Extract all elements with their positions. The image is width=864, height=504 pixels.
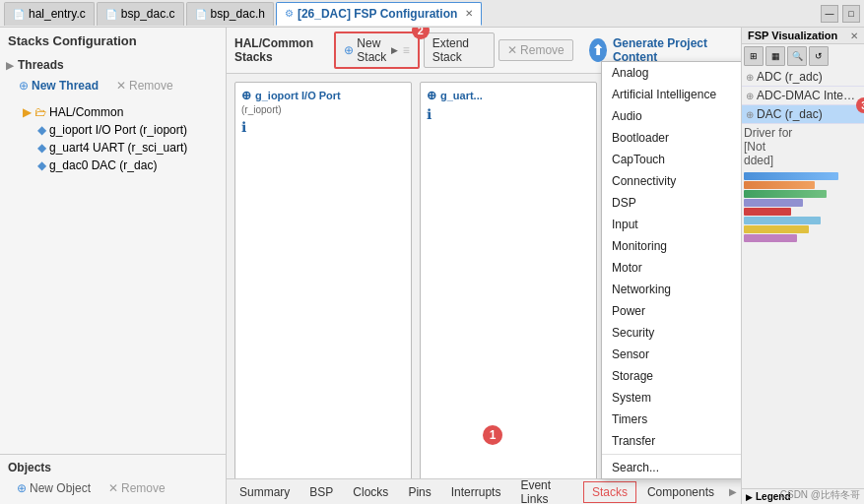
dropdown-divider: [602, 454, 741, 455]
dropdown-item-sensor[interactable]: Sensor ▶: [602, 344, 741, 365]
tree-item-hal-common[interactable]: ▶ 🗁 HAL/Common: [4, 103, 222, 121]
vis-btn-1[interactable]: ⊞: [744, 46, 764, 66]
remove-icon: ✕: [116, 79, 126, 93]
driver-sub1: [Not: [744, 140, 862, 154]
dropdown-item-timers[interactable]: Timers ▶: [602, 409, 741, 430]
plus-icon: ⊕: [746, 72, 754, 83]
stack-card-title: ⊕ g_ioport I/O Port: [241, 89, 405, 102]
dropdown-arrow-icon: ▶: [391, 45, 398, 55]
dropdown-item-transfer[interactable]: Transfer ▶: [602, 430, 741, 452]
vis-bar-7: [744, 225, 809, 233]
stack-card-uart[interactable]: ⊕ g_uart... ℹ: [420, 82, 597, 496]
tab-hal-entry[interactable]: 📄 hal_entry.c: [4, 2, 95, 26]
tree-item-uart[interactable]: ◆ g_uart4 UART (r_sci_uart): [4, 139, 222, 157]
dropdown-item-search[interactable]: Search...: [602, 457, 741, 478]
minimize-button[interactable]: —: [821, 5, 838, 23]
tab-clocks[interactable]: Clocks: [344, 481, 397, 503]
dropdown-item-dsp[interactable]: DSP ▶: [602, 192, 741, 214]
adc-row-1[interactable]: ⊕ ADC (r_adc): [742, 68, 864, 87]
scroll-right-icon[interactable]: ▶: [729, 486, 737, 497]
tree-item-label: g_uart4 UART (r_sci_uart): [49, 141, 187, 155]
dropdown-item-system[interactable]: System ▶: [602, 387, 741, 409]
tab-fsp-config[interactable]: ⚙ [26_DAC] FSP Configuration ✕: [276, 2, 482, 26]
new-object-button[interactable]: ⊕ New Object: [10, 478, 98, 498]
vis-bar-8: [744, 234, 797, 242]
remove-object-button[interactable]: ✕ Remove: [101, 478, 172, 498]
threads-section: ▶ Threads ⊕ New Thread ✕ Remove: [0, 54, 226, 99]
dropdown-item-storage[interactable]: Storage ▶: [602, 365, 741, 387]
bottom-tabs: Summary BSP Clocks Pins Interrupts Event…: [227, 478, 741, 504]
dropdown-item-power[interactable]: Power: [602, 300, 741, 322]
vis-btn-2[interactable]: ▦: [765, 46, 785, 66]
tab-event-links[interactable]: Event Links: [511, 474, 581, 505]
center-area: HAL/Common Stacks ⊕ New Stack ▶ ≡ 2 Exte…: [227, 28, 741, 504]
tree-item-ioport[interactable]: ◆ g_ioport I/O Port (r_ioport): [4, 121, 222, 139]
dropdown-item-connectivity[interactable]: Connectivity ▶: [602, 170, 741, 192]
dropdown-item-security[interactable]: Security ▶: [602, 322, 741, 344]
balloon-3: 3: [856, 97, 864, 113]
close-fsp-icon[interactable]: ✕: [850, 31, 858, 41]
tab-bsp-dac-h[interactable]: 📄 bsp_dac.h: [186, 2, 274, 26]
objects-label: Objects: [4, 459, 222, 476]
driver-sub2: dded]: [744, 154, 862, 167]
adc-row-3[interactable]: ⊕ DAC (r_dac) 3: [742, 105, 864, 124]
remove-thread-button[interactable]: ✕ Remove: [109, 76, 180, 95]
tab-bsp-dac-c[interactable]: 📄 bsp_dac.c: [97, 2, 184, 26]
new-stack-button[interactable]: ⊕ New Stack ▶ ≡: [334, 32, 419, 69]
vis-bar-4: [744, 199, 803, 207]
info-icon: ℹ: [241, 119, 405, 135]
new-stack-wrapper: ⊕ New Stack ▶ ≡ 2: [334, 32, 419, 69]
window-controls: — □: [821, 5, 860, 23]
stack-card-ioport[interactable]: ⊕ g_ioport I/O Port (r_ioport) ℹ: [234, 82, 412, 496]
tab-label: bsp_dac.c: [121, 7, 175, 21]
vis-driver-row: Driver for [Not dded]: [742, 124, 864, 169]
expand-legend-icon[interactable]: ▶: [746, 492, 753, 502]
objects-section: Objects ⊕ New Object ✕ Remove: [0, 454, 226, 504]
threads-icon: ▶: [6, 60, 14, 71]
balloon-1: 1: [483, 425, 502, 445]
remove-stack-icon: ✕: [507, 43, 517, 57]
maximize-button[interactable]: □: [842, 5, 860, 23]
tab-bar: 📄 hal_entry.c 📄 bsp_dac.c 📄 bsp_dac.h ⚙ …: [0, 0, 864, 28]
dropdown-item-networking[interactable]: Networking ▶: [602, 279, 741, 300]
dropdown-item-captouch[interactable]: CapTouch: [602, 149, 741, 170]
tab-label: hal_entry.c: [29, 7, 86, 21]
remove-obj-icon: ✕: [108, 481, 118, 495]
tree-item-dac[interactable]: ◆ g_dac0 DAC (r_dac): [4, 157, 222, 174]
fsp-visualization-panel: FSP Visualization ✕ ⊞ ▦ 🔍 ↺ ⊕ ADC (r_adc…: [741, 28, 864, 504]
tab-bsp[interactable]: BSP: [300, 481, 342, 503]
fsp-visualization-header: FSP Visualization ✕: [742, 28, 864, 44]
objects-toolbar: ⊕ New Object ✕ Remove: [4, 476, 222, 500]
stack-card-icon: ⊕: [427, 89, 436, 102]
dropdown-menu: Analog ▶ Artificial Intelligence ▶ Audio…: [601, 61, 741, 479]
dropdown-item-analog[interactable]: Analog ▶: [602, 62, 741, 84]
vis-bar-2: [744, 181, 815, 189]
tree-item-label: HAL/Common: [49, 105, 123, 119]
dropdown-item-monitoring[interactable]: Monitoring ▶: [602, 235, 741, 257]
close-icon[interactable]: ✕: [465, 8, 473, 19]
dropdown-item-bootloader[interactable]: Bootloader: [602, 127, 741, 149]
folder-icon: ▶: [23, 105, 32, 119]
tree-area: ▶ 🗁 HAL/Common ◆ g_ioport I/O Port (r_io…: [0, 99, 226, 454]
vis-toolbar: ⊞ ▦ 🔍 ↺: [742, 44, 864, 68]
new-thread-button[interactable]: ⊕ New Thread: [12, 76, 105, 95]
tab-interrupts[interactable]: Interrupts: [442, 481, 510, 503]
tab-components[interactable]: Components: [638, 481, 723, 503]
tab-stacks[interactable]: Stacks: [583, 481, 636, 503]
info-icon: ℹ: [427, 106, 590, 122]
tab-pins[interactable]: Pins: [399, 481, 439, 503]
vis-btn-3[interactable]: 🔍: [787, 46, 807, 66]
driver-label: Driver for: [744, 126, 862, 140]
vis-btn-4[interactable]: ↺: [809, 46, 829, 66]
tab-summary[interactable]: Summary: [231, 481, 299, 503]
dropdown-item-motor[interactable]: Motor ▶: [602, 257, 741, 279]
left-panel: Stacks Configuration ▶ Threads ⊕ New Thr…: [0, 28, 227, 504]
remove-stack-button[interactable]: ✕ Remove: [498, 39, 573, 61]
dropdown-item-ai[interactable]: Artificial Intelligence ▶: [602, 84, 741, 105]
extend-stack-button[interactable]: Extend Stack: [424, 32, 495, 68]
stacks-config-title: Stacks Configuration: [0, 28, 226, 54]
adc-row-2[interactable]: ⊕ ADC-DMAC Integration (r_adc): [742, 87, 864, 105]
dropdown-item-audio[interactable]: Audio ▶: [602, 105, 741, 127]
dropdown-item-input[interactable]: Input ▶: [602, 214, 741, 235]
vis-bar-1: [744, 172, 838, 180]
